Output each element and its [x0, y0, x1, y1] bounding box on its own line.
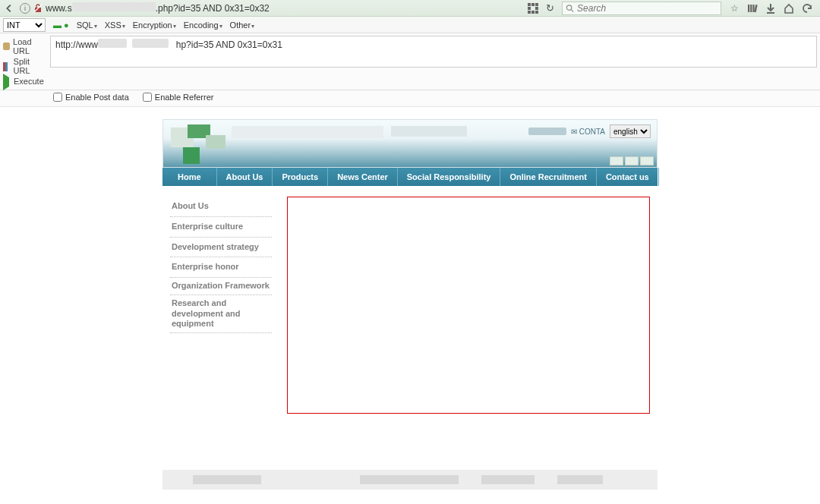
nav-recruit[interactable]: Online Recruitment	[500, 168, 596, 186]
header-corner-blocks	[610, 156, 654, 165]
browser-toolbar: i www.s.php?id=35 AND 0x31=0x32 ↻ ☆	[0, 0, 820, 17]
reload-button[interactable]: ↻	[546, 2, 554, 14]
execute-icon	[3, 77, 11, 85]
downloads-icon[interactable]	[765, 3, 776, 14]
split-icon	[3, 62, 11, 70]
side-honor[interactable]: Enterprise honor	[170, 257, 272, 278]
nav-about[interactable]: About Us	[217, 168, 273, 186]
hb-encoding[interactable]: Encoding	[184, 20, 222, 30]
hb-other[interactable]: Other	[230, 20, 255, 30]
hb-sql[interactable]: SQL	[77, 20, 97, 30]
search-input[interactable]	[577, 3, 718, 14]
svg-rect-6	[752, 5, 754, 12]
toolbar-right: ↻ ☆	[523, 2, 817, 15]
side-about[interactable]: About Us	[170, 197, 272, 217]
url-text: www.s.php?id=35 AND 0x31=0x32	[46, 2, 270, 14]
language-select[interactable]: english	[610, 124, 651, 138]
int-select[interactable]: INT	[3, 18, 46, 32]
search-box[interactable]	[562, 2, 721, 15]
library-icon[interactable]	[747, 3, 758, 14]
nav-products[interactable]: Products	[273, 168, 328, 186]
svg-line-3	[571, 9, 573, 11]
nav-home[interactable]: Home	[162, 168, 217, 186]
side-rnd[interactable]: Research and development and equipment	[170, 295, 272, 333]
hackbar-body: Load URL Split URL Execute http://www hp…	[0, 33, 820, 90]
page-viewport: ✉ CONTA english Home About Us Products N…	[0, 107, 820, 490]
hackbar-actions: Load URL Split URL Execute	[0, 33, 50, 90]
nav-news[interactable]: News Center	[328, 168, 398, 186]
search-icon	[566, 4, 574, 13]
undo-icon[interactable]	[802, 3, 812, 14]
back-button[interactable]	[3, 2, 15, 14]
svg-rect-4	[748, 5, 749, 12]
site-footer	[162, 470, 658, 490]
enable-post-checkbox[interactable]: Enable Post data	[53, 93, 129, 102]
home-icon[interactable]	[784, 3, 794, 14]
site: ✉ CONTA english Home About Us Products N…	[162, 119, 658, 490]
side-strategy[interactable]: Development strategy	[170, 238, 272, 258]
content-empty-box	[287, 197, 650, 414]
site-body: About Us Enterprise culture Development …	[162, 186, 658, 424]
hb-xss[interactable]: XSS	[105, 20, 125, 30]
svg-point-2	[566, 5, 571, 9]
site-header: ✉ CONTA english	[162, 119, 658, 168]
header-links: ✉ CONTA english	[528, 124, 651, 138]
info-icon[interactable]: i	[20, 3, 30, 14]
hb-encrypt-toggle[interactable]: ▬ ●	[53, 20, 69, 30]
hackbar-url-input[interactable]: http://www hp?id=35 AND 0x31=0x31	[50, 36, 817, 68]
load-icon	[3, 43, 10, 50]
nav-social[interactable]: Social Responsibility	[398, 168, 501, 186]
hackbar-options: Enable Post data Enable Referrer	[0, 90, 820, 107]
hb-encryption[interactable]: Encryption	[133, 20, 176, 30]
svg-rect-5	[750, 5, 752, 12]
side-culture[interactable]: Enterprise culture	[170, 217, 272, 238]
side-org[interactable]: Organization Framework	[170, 278, 272, 295]
load-url-button[interactable]: Load URL	[2, 36, 49, 56]
qr-icon[interactable]	[528, 3, 538, 14]
svg-rect-7	[754, 4, 758, 11]
site-nav: Home About Us Products News Center Socia…	[162, 168, 658, 186]
sidebar: About Us Enterprise culture Development …	[170, 197, 272, 414]
bookmark-star-icon[interactable]: ☆	[729, 3, 740, 14]
contact-link[interactable]: ✉ CONTA	[571, 128, 605, 136]
nav-contact[interactable]: Contact us	[597, 168, 659, 186]
url-bar[interactable]: i www.s.php?id=35 AND 0x31=0x32	[18, 2, 520, 15]
insecure-lock-icon	[33, 4, 43, 13]
execute-button[interactable]: Execute	[2, 76, 49, 87]
enable-referrer-checkbox[interactable]: Enable Referrer	[143, 93, 214, 102]
hackbar-menu: INT ▬ ● SQL XSS Encryption Encoding Othe…	[0, 17, 820, 33]
